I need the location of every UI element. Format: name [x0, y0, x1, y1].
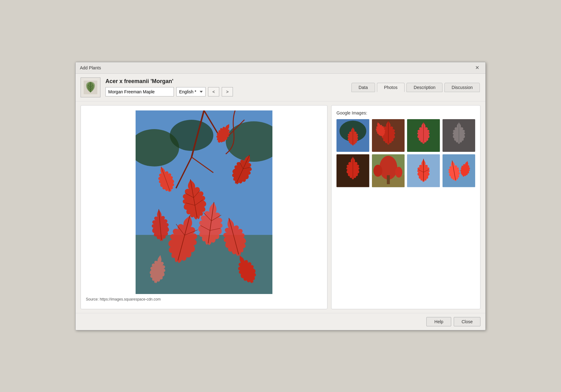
tab-photos[interactable]: Photos [377, 83, 405, 92]
google-thumb-5[interactable] [336, 154, 369, 187]
main-photo-svg [136, 110, 272, 294]
plant-name-input[interactable] [105, 87, 174, 96]
nav-next-button[interactable]: > [222, 87, 233, 96]
footer: Help Close [76, 313, 485, 330]
tab-data[interactable]: Data [351, 83, 375, 92]
tabs-bar: Data Photos Description Discussion [351, 83, 480, 92]
window-close-button[interactable]: ✕ [473, 65, 481, 71]
google-images-label: Google Images: [336, 110, 475, 115]
google-thumb-3[interactable] [407, 119, 440, 152]
header-controls: English *EnglishLatin < > [105, 87, 233, 96]
svg-point-32 [395, 167, 402, 178]
title-bar: Add Plants ✕ [76, 62, 485, 74]
nav-prev-button[interactable]: < [208, 87, 219, 96]
main-photo [136, 110, 272, 294]
google-thumb-1[interactable] [336, 119, 369, 152]
google-thumb-4[interactable] [443, 119, 475, 152]
content-area: Source: https://images.squarespace-cdn.c… [76, 101, 485, 313]
google-panel: Google Images: [331, 105, 480, 309]
tab-discussion[interactable]: Discussion [444, 83, 480, 92]
header: Acer x freemanii 'Morgan' English *Engli… [76, 74, 485, 101]
tab-description[interactable]: Description [406, 83, 443, 92]
plant-title: Acer x freemanii 'Morgan' [105, 78, 233, 85]
photo-panel: Source: https://images.squarespace-cdn.c… [81, 105, 327, 309]
close-button[interactable]: Close [454, 317, 480, 326]
svg-point-31 [373, 165, 382, 177]
photo-source: Source: https://images.squarespace-cdn.c… [86, 297, 161, 301]
google-thumb-6[interactable] [372, 154, 405, 187]
add-plants-window: Add Plants ✕ Acer x freemanii 'Morgan' E… [75, 62, 486, 330]
plant-info: Acer x freemanii 'Morgan' English *Engli… [105, 78, 233, 96]
window-title: Add Plants [80, 65, 101, 70]
svg-rect-30 [387, 175, 390, 184]
google-images-grid [336, 119, 475, 187]
help-button[interactable]: Help [426, 317, 451, 326]
language-select[interactable]: English *EnglishLatin [176, 87, 206, 96]
google-thumb-2[interactable] [372, 119, 405, 152]
leaf-icon [84, 81, 97, 94]
google-thumb-8[interactable] [443, 154, 475, 187]
plant-icon [81, 77, 100, 97]
svg-point-8 [170, 120, 213, 151]
google-thumb-7[interactable] [407, 154, 440, 187]
